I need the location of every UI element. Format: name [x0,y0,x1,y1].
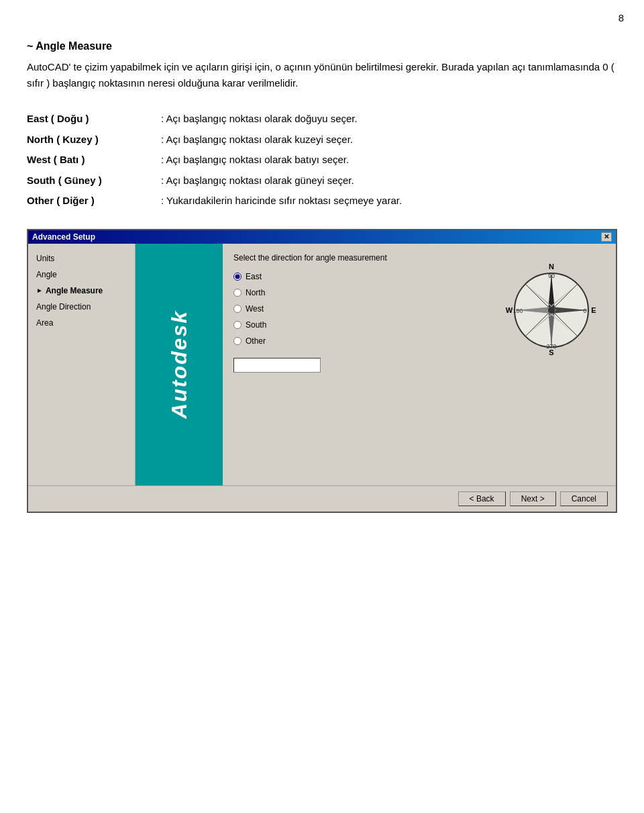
def-term: West ( Batı ) [27,152,161,168]
def-term: North ( Kuzey ) [27,132,161,148]
dialog-body: UnitsAngle►Angle MeasureAngle DirectionA… [28,244,616,512]
dialog-main: UnitsAngle►Angle MeasureAngle DirectionA… [28,244,616,485]
def-term: East ( Doğu ) [27,111,161,127]
radio-east[interactable] [233,273,241,281]
radio-north[interactable] [233,289,241,297]
svg-text:E: E [591,306,596,314]
definition-row: West ( Batı ) : Açı başlangıç noktası ol… [27,152,617,168]
def-desc: : Açı başlangıç noktası olarak doğuyu se… [161,111,617,127]
dialog-close-button[interactable]: ✕ [601,232,612,242]
radio-label-north: North [246,288,265,297]
radio-row-west: West [233,304,491,314]
compass-container: N S E W 90 270 0 180 [498,253,605,476]
dialog-wrapper: Advanced Setup ✕ UnitsAngle►Angle Measur… [27,229,617,513]
svg-text:N: N [549,262,554,271]
def-term: South ( Güney ) [27,173,161,189]
cancel-button[interactable]: Cancel [560,491,608,506]
dialog-form: Select the direction for angle measureme… [233,253,491,476]
advanced-setup-dialog: Advanced Setup ✕ UnitsAngle►Angle Measur… [27,229,617,513]
other-angle-input[interactable] [233,358,321,373]
dialog-nav: UnitsAngle►Angle MeasureAngle DirectionA… [28,244,136,485]
def-desc: : Açı başlangıç noktası olarak güneyi se… [161,173,617,189]
definition-row: North ( Kuzey ) : Açı başlangıç noktası … [27,132,617,148]
dialog-content-area: Select the direction for angle measureme… [223,244,616,485]
nav-label: Area [36,318,53,328]
dialog-titlebar: Advanced Setup ✕ [28,230,616,244]
section-title: ~ Angle Measure [27,40,617,52]
def-desc: : Açı başlangıç noktası olarak batıyı se… [161,152,617,168]
direction-radio-group: East North West South Other [233,272,491,346]
definition-row: East ( Doğu ) : Açı başlangıç noktası ol… [27,111,617,127]
nav-arrow-icon: ► [36,287,43,294]
radio-row-other: Other [233,336,491,346]
nav-item-angle[interactable]: Angle [28,267,135,283]
nav-label: Angle [36,270,57,279]
nav-item-units[interactable]: Units [28,250,135,267]
radio-label-other: Other [246,336,266,346]
compass-diagram: N S E W 90 270 0 180 [501,260,602,361]
radio-row-east: East [233,272,491,281]
definition-row: Other ( Diğer ) : Yukarıdakilerin harici… [27,193,617,209]
page-number: 8 [619,12,624,23]
next-button[interactable]: Next > [510,491,556,506]
definitions-list: East ( Doğu ) : Açı başlangıç noktası ol… [27,111,617,209]
autodesk-logo-text: Autodesk [167,310,192,419]
def-term: Other ( Diğer ) [27,193,161,209]
radio-other[interactable] [233,337,241,345]
form-title: Select the direction for angle measureme… [233,253,491,262]
svg-text:180: 180 [513,307,523,314]
paragraph-1: AutoCAD' te çizim yapabilmek için ve açı… [27,59,617,91]
definition-row: South ( Güney ) : Açı başlangıç noktası … [27,173,617,189]
radio-label-east: East [246,272,262,281]
svg-text:0: 0 [583,307,586,314]
nav-item-angle-measure[interactable]: ►Angle Measure [28,283,135,299]
dialog-logo: Autodesk [136,244,223,485]
radio-label-west: West [246,304,264,314]
nav-label: Angle Direction [36,302,91,312]
radio-row-south: South [233,320,491,330]
back-button[interactable]: < Back [458,491,506,506]
dialog-footer: < Back Next > Cancel [28,485,616,512]
radio-south[interactable] [233,321,241,329]
svg-point-21 [548,307,555,314]
radio-label-south: South [246,320,266,330]
radio-west[interactable] [233,305,241,313]
nav-item-angle-direction[interactable]: Angle Direction [28,299,135,315]
nav-item-area[interactable]: Area [28,315,135,331]
def-desc: : Yukarıdakilerin haricinde sıfır noktas… [161,193,617,209]
nav-label: Units [36,254,54,263]
svg-text:W: W [506,306,513,314]
nav-label: Angle Measure [46,286,103,295]
other-text-input-row [233,358,491,373]
dialog-title: Advanced Setup [32,232,95,242]
radio-row-north: North [233,288,491,297]
def-desc: : Açı başlangıç noktası olarak kuzeyi se… [161,132,617,148]
